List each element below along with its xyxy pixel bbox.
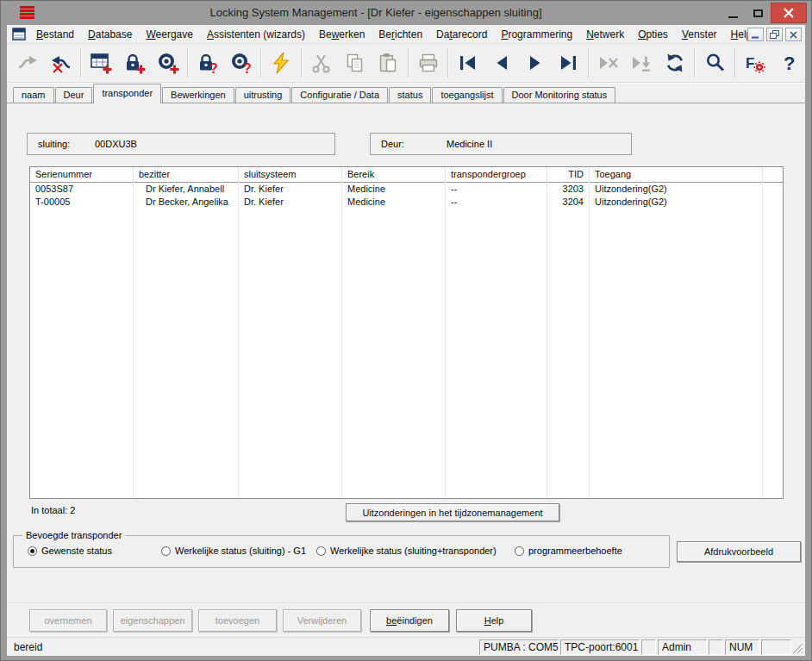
print-preview-button[interactable]: Afdrukvoorbeeld <box>677 541 801 562</box>
column-header-serienummer[interactable]: Serienummer <box>30 167 133 183</box>
table-column-idx-7 <box>763 167 784 498</box>
toolbar-button-search[interactable] <box>698 47 732 79</box>
table-cell[interactable]: -- <box>446 196 547 209</box>
footer-button-toevoegen[interactable]: toevoegen <box>198 609 277 632</box>
radio-option-werkelijke-status-sluiting-transponder[interactable]: Werkelijke status (sluiting+transponder) <box>316 546 497 556</box>
column-header-idx-7[interactable] <box>763 167 784 183</box>
table-column-bereik: BereikMedicineMedicine <box>342 167 446 498</box>
column-header-toegang[interactable]: Toegang <box>590 167 762 183</box>
tab-naam[interactable]: naam <box>13 87 54 103</box>
column-header-transpondergroep[interactable]: transpondergroep <box>446 167 547 183</box>
radio-option-gewenste-status[interactable]: Gewenste status <box>28 546 112 556</box>
sluiting-value: 00DXU3B <box>95 139 137 149</box>
menu-item-bestand[interactable]: Bestand <box>29 27 81 42</box>
tab-configuratie-data[interactable]: Configuratie / Data <box>291 87 388 103</box>
menu-item-opties[interactable]: Opties <box>631 27 675 42</box>
toolbar-button-last-record[interactable] <box>552 47 585 79</box>
menu-item-datarecord[interactable]: Datarecord <box>429 27 494 42</box>
mdi-restore-button[interactable] <box>766 28 783 41</box>
transponder-tab-page: sluiting: 00DXU3B Deur: Medicine II Seri… <box>7 103 805 602</box>
tab-toegangslijst[interactable]: toegangslijst <box>432 87 502 103</box>
toolbar-button-new-transponder[interactable] <box>151 47 184 79</box>
table-cell[interactable]: Uitzondering(G2) <box>590 183 762 196</box>
timezone-exceptions-button[interactable]: Uitzonderingen in het tijdzonemanagement <box>346 503 559 521</box>
toolbar-button-program[interactable] <box>265 47 298 79</box>
radio-option-programmeerbehoefte[interactable]: programmeerbehoefte <box>515 546 622 556</box>
toolbar-button-copy[interactable] <box>338 47 372 79</box>
toolbar-button-logout[interactable] <box>45 47 78 79</box>
tab-deur[interactable]: Deur <box>55 87 93 103</box>
menu-item-database[interactable]: Database <box>81 27 139 42</box>
refresh-icon <box>664 52 686 74</box>
table-cell[interactable] <box>763 196 784 209</box>
menu-item-netwerk[interactable]: Netwerk <box>579 27 631 42</box>
mdi-minimize-button[interactable] <box>747 28 764 41</box>
column-header-bezitter[interactable]: bezitter <box>134 167 238 183</box>
toolbar-button-read-lock[interactable]: ? <box>191 47 225 79</box>
help-icon: ? <box>778 52 800 74</box>
toolbar-button-read-transponder[interactable]: ? <box>225 47 259 79</box>
toolbar-button-cut[interactable] <box>305 47 339 79</box>
title-bar[interactable]: Locking System Management - [Dr Kiefer -… <box>1 1 811 25</box>
toolbar-separator <box>694 48 696 78</box>
toolbar-separator <box>734 48 736 78</box>
footer-button-verwijderen[interactable]: Verwijderen <box>283 609 361 632</box>
table-cell[interactable]: Medicine <box>342 183 445 196</box>
menu-item-berichten[interactable]: Berichten <box>372 27 429 42</box>
radio-option-werkelijke-status-sluiting-g1[interactable]: Werkelijke status (sluiting) - G1 <box>161 546 306 556</box>
bevoegde-transponder-group: Bevoegde transponder Gewenste status Wer… <box>13 535 670 568</box>
menu-item-assistenten-wizards[interactable]: Assistenten (wizards) <box>200 27 312 42</box>
toolbar-button-save-record[interactable] <box>625 47 659 79</box>
footer-button-help[interactable]: Help <box>456 609 532 632</box>
table-cell[interactable]: T-00005 <box>30 196 133 209</box>
window-controls <box>721 3 807 23</box>
menu-item-programmering[interactable]: Programmering <box>494 27 579 42</box>
toolbar-button-new-lock[interactable] <box>118 47 152 79</box>
resize-grip[interactable] <box>792 643 803 654</box>
tab-door-monitoring-status[interactable]: Door Monitoring status <box>503 87 616 103</box>
footer-button-be-indigen[interactable]: beëindigen <box>370 609 449 632</box>
transponder-list: Serienummer0053S87T-00005bezitterDr Kief… <box>29 166 784 499</box>
toolbar-button-help[interactable]: ? <box>771 47 805 79</box>
table-cell[interactable]: 3204 <box>547 196 589 209</box>
table-cell[interactable] <box>763 183 784 196</box>
toolbar-button-new-locking-system[interactable] <box>84 47 118 79</box>
menu-item-venster[interactable]: Venster <box>675 27 724 42</box>
column-header-tid[interactable]: TID <box>547 167 589 183</box>
tab-uitrusting[interactable]: uitrusting <box>235 87 291 103</box>
maximize-button[interactable] <box>746 3 771 23</box>
tab-status[interactable]: status <box>389 87 431 103</box>
table-cell[interactable]: 3203 <box>547 183 589 196</box>
table-cell[interactable]: Dr. Kiefer <box>239 183 341 196</box>
footer-button-eigenschappen[interactable]: eigenschappen <box>113 609 192 632</box>
column-header-bereik[interactable]: Bereik <box>342 167 445 183</box>
table-column-transpondergroep: transpondergroep---- <box>446 167 547 498</box>
toolbar-button-filter-settings[interactable]: F <box>739 47 772 79</box>
table-cell[interactable]: 0053S87 <box>30 183 133 196</box>
toolbar-button-cancel-record[interactable] <box>592 47 626 79</box>
total-count-label: In totaal: 2 <box>31 505 75 515</box>
table-cell[interactable]: Uitzondering(G2) <box>590 196 762 209</box>
toolbar-button-refresh[interactable] <box>659 47 692 79</box>
tab-strip: naamDeurtransponderBewerkingenuitrusting… <box>7 83 805 103</box>
toolbar-button-login[interactable] <box>11 47 45 79</box>
menu-item-weergave[interactable]: Weergave <box>139 27 199 42</box>
table-cell[interactable]: Dr Kiefer, Annabell <box>134 183 238 196</box>
mdi-close-button[interactable] <box>785 28 802 41</box>
toolbar-button-print[interactable] <box>412 47 446 79</box>
table-cell[interactable]: Dr Becker, Angelika <box>134 196 238 209</box>
column-header-sluitsysteem[interactable]: sluitsysteem <box>239 167 341 183</box>
tab-transponder[interactable]: transponder <box>93 84 161 103</box>
footer-button-overnemen[interactable]: overnemen <box>29 609 107 632</box>
tab-bewerkingen[interactable]: Bewerkingen <box>162 87 234 103</box>
toolbar-button-next-record[interactable] <box>518 47 552 79</box>
minimize-button[interactable] <box>721 3 746 23</box>
menu-item-bewerken[interactable]: Bewerken <box>312 27 372 42</box>
table-cell[interactable]: -- <box>446 183 547 196</box>
close-button[interactable] <box>771 3 807 23</box>
toolbar-button-first-record[interactable] <box>452 47 485 79</box>
toolbar-button-paste[interactable] <box>372 47 405 79</box>
table-cell[interactable]: Medicine <box>342 196 445 209</box>
toolbar-button-prev-record[interactable] <box>485 47 519 79</box>
table-cell[interactable]: Dr. Kiefer <box>239 196 341 209</box>
